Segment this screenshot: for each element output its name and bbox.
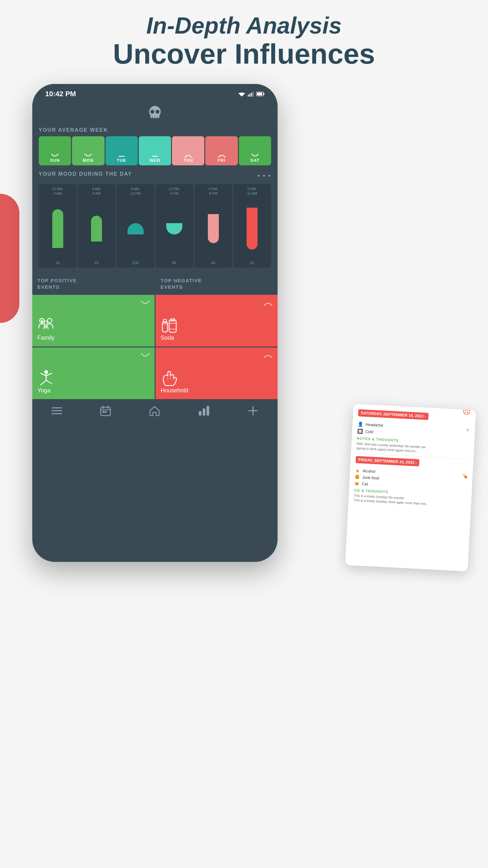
cold-text: Cold (365, 429, 373, 434)
day-label-thu: THU (183, 158, 193, 163)
count-8am: 10x (132, 260, 139, 265)
headache-text: Headache (366, 422, 383, 428)
mood-visual-4am (91, 199, 102, 258)
day-sun: SUN (39, 136, 71, 165)
count-12am: 2x (56, 260, 60, 265)
time-label-8am: 8 AM-12 PM (130, 187, 141, 197)
mood-day-header: YOUR MOOD DURING THE DAY • • • (39, 171, 271, 180)
day-wed: WED (139, 136, 171, 165)
smile-fri (217, 153, 226, 158)
menu-icon (51, 406, 62, 415)
household-smile-icon (263, 353, 273, 360)
smile-sun (51, 153, 59, 158)
event-yoga: Yoga (32, 347, 155, 399)
headache-icon: 👤 (358, 422, 363, 427)
soda-label: Soda (161, 335, 174, 341)
family-smile (140, 299, 150, 309)
app-logo (32, 101, 278, 123)
dots-menu[interactable]: • • • (258, 172, 271, 180)
nav-home[interactable] (149, 405, 160, 417)
nav-calendar[interactable] (100, 405, 111, 417)
family-label: Family (37, 335, 55, 341)
count-12pm: 6x (172, 260, 176, 265)
day-thu: THU (172, 136, 204, 165)
alcohol-text: Alcohol (362, 469, 376, 474)
mood-day-section: YOUR MOOD DURING THE DAY • • • 12 AM-4 A… (32, 166, 278, 273)
mood-columns: 12 AM-4 AM 2x 4 AM-8 AM 2x 8 AM-12 PM (39, 184, 271, 268)
nav-menu[interactable] (51, 406, 62, 416)
page-header: In-Depth Analysis Uncover Influences (0, 13, 488, 70)
mood-col-4am: 4 AM-8 AM 2x (78, 184, 116, 268)
cat-icon: 🐱 (354, 481, 360, 486)
yoga-smile-icon (140, 353, 150, 360)
chart-icon (198, 405, 210, 416)
negative-events-title: TOP NEGATIVEEVENTS (161, 277, 273, 290)
smile-wed (151, 155, 159, 158)
svg-rect-45 (203, 408, 205, 415)
svg-rect-25 (169, 320, 176, 332)
phone-mockup: 10:42 PM (32, 84, 278, 562)
battery-icon (256, 91, 265, 97)
home-icon (149, 405, 160, 416)
svg-rect-9 (257, 93, 262, 95)
smile-thu (184, 153, 193, 158)
journal-date-2: FRIDAY, SEPTEMBER 15, 2023 - (356, 456, 420, 466)
day-label-tue: TUE (117, 158, 126, 163)
average-week-section: YOUR AVERAGE WEEK SUN MON TU (32, 123, 278, 165)
average-week-label: YOUR AVERAGE WEEK (39, 127, 271, 133)
pills-icon: 💊 (462, 474, 468, 478)
mood-visual-12pm (166, 199, 182, 258)
svg-rect-46 (206, 406, 209, 415)
junkfood-text: Junk food (362, 475, 379, 480)
events-row-2: Yoga Household (32, 347, 278, 399)
svg-point-12 (151, 110, 154, 114)
svg-line-34 (46, 380, 52, 383)
nav-chart[interactable] (198, 405, 210, 417)
smile-tue (117, 155, 126, 158)
household-smile (263, 351, 273, 362)
day-sat: SAT (239, 136, 271, 165)
event-household: Household (156, 347, 278, 399)
week-grid: SUN MON TUE WED (39, 136, 271, 165)
nav-add[interactable] (248, 405, 259, 417)
mood-col-8pm: 8 PM-12 AM 1x (233, 184, 271, 268)
mood-col-12am: 12 AM-4 AM 2x (39, 184, 77, 268)
add-icon (248, 405, 259, 416)
negative-events-header: TOP NEGATIVEEVENTS (156, 274, 278, 294)
day-label-sat: SAT (251, 158, 259, 163)
day-label-wed: WED (150, 158, 160, 163)
svg-rect-4 (250, 94, 251, 97)
count-4pm: 4x (211, 260, 216, 265)
wifi-icon (238, 91, 245, 97)
journal-date-1: SATURDAY, SEPTEMBER 16, 2023 - (358, 409, 429, 420)
sun-icon: ✳ (466, 427, 470, 433)
positive-events-header: TOP POSITIVEEVENTS (32, 274, 155, 294)
mood-visual-12am (52, 199, 63, 258)
soda-smile (263, 299, 273, 309)
positive-events-title: TOP POSITIVEEVENTS (37, 277, 150, 290)
svg-rect-6 (253, 92, 254, 97)
mood-col-4pm: 4 PM-8 PM 4x (194, 184, 232, 268)
svg-rect-5 (251, 93, 252, 97)
headline-italic: In-Depth Analysis (0, 13, 488, 38)
day-mon: MON (72, 136, 104, 165)
time-label-8pm: 8 PM-12 AM (247, 187, 257, 197)
yoga-label: Yoga (37, 387, 51, 394)
mood-visual-8pm (247, 199, 258, 258)
svg-point-13 (156, 110, 159, 114)
svg-line-33 (41, 380, 46, 385)
svg-rect-23 (163, 319, 166, 322)
svg-point-29 (44, 370, 48, 374)
household-icon (161, 369, 178, 387)
family-icon (37, 317, 55, 335)
yoga-smile (140, 351, 150, 362)
alcohol-icon: 🍺 (355, 468, 360, 473)
junkfood-icon: 🍔 (355, 475, 360, 479)
mood-col-8am: 8 AM-12 PM 10x (117, 184, 155, 268)
app-logo-icon (145, 104, 165, 121)
time-label-12am: 12 AM-4 AM (52, 187, 63, 197)
day-fri: FRI (205, 136, 237, 165)
family-smile-icon (140, 300, 150, 307)
signal-icon (248, 91, 254, 97)
count-4am: 2x (94, 260, 99, 265)
